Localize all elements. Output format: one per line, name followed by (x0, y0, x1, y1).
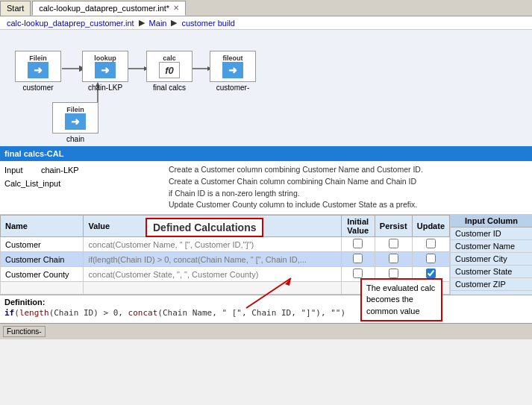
tab-start-label: Start (7, 4, 24, 13)
tab-start[interactable]: Start (0, 1, 31, 16)
tab-bar: Start calc-lookup_dataprep_customer.int*… (0, 0, 532, 16)
col-persist: Persist (375, 216, 412, 237)
breadcrumb-part3[interactable]: customer build (181, 19, 235, 28)
breadcrumb-part2[interactable]: Main (149, 19, 167, 28)
right-panel: Input Column Customer ID Customer Name C… (450, 215, 532, 295)
input-row: Input chain-LKP (4, 164, 169, 178)
row2-value: if(length(Chain ID) > 0, concat(Chain Na… (84, 252, 341, 267)
node-lookup[interactable]: lookup ➜ chain-LKP (82, 51, 128, 92)
row1-name: Customer (1, 237, 84, 252)
breadcrumb: calc-lookup_dataprep_customer.int ▶ Main… (0, 16, 532, 30)
col-update: Update (412, 216, 449, 237)
node-calc[interactable]: calc f0 final calcs (146, 51, 193, 92)
filein2-icon: ➜ (65, 113, 86, 130)
node-fileout[interactable]: fileout ➜ customer- (210, 51, 256, 92)
canvas-area: Filein ➜ customer lookup ➜ chain-LKP cal… (0, 30, 532, 148)
definition-area: Definition: if(length(Chain ID) > 0, con… (0, 295, 532, 323)
calc-title: Defined Calculations (145, 218, 263, 237)
bottom-bar: Functions- (0, 323, 532, 339)
info-area: Input chain-LKP Calc_List_input Create a… (0, 161, 532, 215)
arrow-annotation (224, 271, 313, 315)
functions-button[interactable]: Functions- (3, 326, 46, 337)
info-right: Create a Customer column combining Custo… (169, 164, 528, 211)
table-row[interactable]: Customer concat(Customer Name, " [", Cus… (1, 237, 450, 252)
tooltip-box: The evaluated calc becomes the common va… (360, 278, 442, 321)
lower-section: Defined Calculations Name Value InitialV… (0, 215, 532, 339)
table-row[interactable]: Customer Chain if(length(Chain ID) > 0, … (1, 252, 450, 267)
tab-main[interactable]: calc-lookup_dataprep_customer.int* ✕ (32, 1, 186, 16)
row2-initial[interactable] (341, 252, 375, 267)
panel-header: final calcs-CAL (0, 148, 532, 161)
lookup-icon: ➜ (95, 62, 116, 78)
row2-persist[interactable] (375, 252, 412, 267)
row2-name: Customer Chain (1, 252, 84, 267)
close-icon[interactable]: ✕ (173, 4, 179, 12)
row1-update[interactable] (412, 237, 449, 252)
right-panel-item-customerzip[interactable]: Customer ZIP (451, 278, 532, 291)
right-panel-item-customerstate[interactable]: Customer State (451, 266, 532, 278)
right-panel-item-customercity[interactable]: Customer City (451, 253, 532, 266)
calc-icon: f0 (159, 62, 180, 78)
info-left: Input chain-LKP Calc_List_input (4, 164, 169, 211)
node-filein-chain[interactable]: Filein ➜ chain (52, 102, 98, 143)
fileout-icon: ➜ (222, 62, 243, 78)
col-initial: InitialValue (341, 216, 375, 237)
right-panel-item-customerid[interactable]: Customer ID (451, 227, 532, 240)
row2-update[interactable] (412, 252, 449, 267)
col-name: Name (1, 216, 84, 237)
right-panel-item-customername[interactable]: Customer Name (451, 240, 532, 253)
node-filein-customer[interactable]: Filein ➜ customer (15, 51, 61, 92)
calc-list-row: Calc_List_input (4, 178, 169, 191)
svg-line-8 (246, 278, 291, 308)
row1-initial[interactable] (341, 237, 375, 252)
breadcrumb-part1[interactable]: calc-lookup_dataprep_customer.int (7, 19, 134, 28)
row1-value: concat(Customer Name, " [", Customer ID,… (84, 237, 341, 252)
row3-name: Customer County (1, 267, 84, 282)
filein-icon: ➜ (28, 62, 48, 78)
right-panel-header: Input Column (451, 215, 532, 227)
row1-persist[interactable] (375, 237, 412, 252)
tab-main-label: calc-lookup_dataprep_customer.int* (39, 4, 169, 13)
